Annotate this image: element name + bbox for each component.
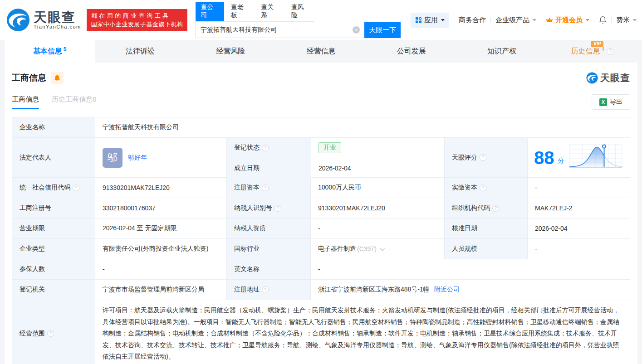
avatar[interactable]: 邬	[103, 148, 123, 168]
nearby-companies-link[interactable]: 附近公司	[434, 286, 460, 294]
divider	[454, 17, 454, 23]
field-label: 组织机构代码?	[444, 198, 527, 218]
field-label: 登记状态?	[227, 138, 311, 158]
business-scope-value: 许可项目：航天器及运载火箭制造；民用航空器（发动机、螺旋桨）生产；民用航天发射技…	[95, 300, 630, 364]
field-label: 英文名称	[226, 259, 310, 279]
field-label: 天眼评分?	[444, 138, 527, 177]
brand-slogan: 都在用的商业查询工具 国家中小企业发展子基金旗下机构	[87, 9, 188, 31]
vip-badge: VIP	[591, 41, 603, 47]
score-value: 88	[534, 149, 554, 167]
cooperation-menu[interactable]: 商务合作	[459, 16, 486, 24]
tab-basic-info[interactable]: 基本信息 5	[5, 40, 95, 63]
table-row: 工商注册号 330218000176037 纳税人识别号? 91330201MA…	[12, 198, 630, 218]
export-label: 导出	[610, 98, 622, 106]
field-label: 工商注册号	[12, 198, 95, 218]
help-icon[interactable]: ?	[480, 154, 486, 161]
legal-rep-link[interactable]: 邬好年	[128, 154, 147, 162]
reg-number-value: 330218000176037	[95, 198, 226, 218]
search-tab-risk[interactable]: 查风险	[286, 2, 315, 21]
field-label: 实缴资本?	[444, 178, 527, 198]
bell-icon	[54, 75, 60, 82]
divider	[490, 17, 491, 23]
business-info-table: 企业名称 宁波拓普航天科技有限公司 法定代表人 邬 邬好年 登记状态? 开	[12, 117, 630, 364]
section-title: 工商信息	[12, 72, 46, 84]
user-account-menu[interactable]: 费米	[616, 16, 637, 24]
search-input-value: 宁波拓普航天科技有限公司	[201, 26, 353, 34]
search-input[interactable]: 宁波拓普航天科技有限公司 ×	[196, 22, 364, 38]
tab-legal-proceedings[interactable]: 法律诉讼	[95, 40, 185, 63]
divider	[594, 17, 594, 23]
notifications-bell[interactable]	[599, 16, 607, 24]
paid-capital-value: -	[527, 178, 630, 198]
help-icon[interactable]: ?	[73, 184, 79, 191]
apps-menu[interactable]: 应用	[411, 13, 449, 28]
logo-subtitle: TianYanCha.com	[34, 24, 81, 29]
company-name-value: 宁波拓普航天科技有限公司	[95, 117, 630, 137]
tianyancha-logo-icon	[6, 8, 30, 32]
page-container: 基本信息 5 法律诉讼 经营风险 经营信息 公司发展 知识产权 历史信息 VIP…	[5, 40, 637, 364]
help-icon[interactable]: ?	[262, 286, 269, 293]
top-menu: 应用 商务合作 企业级产品 开通会员 费米	[411, 13, 637, 28]
tianyancha-logo[interactable]: 天眼查 TianYanCha.com	[6, 8, 81, 32]
table-row: 经营范围? 许可项目：航天器及运载火箭制造；民用航空器（发动机、螺旋桨）生产；民…	[12, 300, 630, 364]
clear-search-icon[interactable]: ×	[353, 26, 360, 34]
help-icon[interactable]: ?	[492, 205, 499, 212]
table-row: 法定代表人 邬 邬好年 登记状态? 开业 成立日期	[12, 137, 630, 177]
help-icon[interactable]: ?	[274, 205, 281, 212]
field-label: 注册资本?	[226, 178, 310, 198]
search-tab-relation[interactable]: 查关系	[256, 2, 284, 21]
subtab-history-business-info[interactable]: 历史工商信息0	[52, 95, 96, 109]
field-label: 企业名称	[12, 117, 95, 137]
tab-label: 法律诉讼	[126, 47, 155, 56]
status-date-subgrid: 登记状态? 开业 成立日期 2026-02-04	[226, 138, 444, 177]
help-icon[interactable]: ?	[262, 184, 269, 191]
credit-code-value: 91330201MAK72LEJ20	[95, 178, 226, 198]
export-button[interactable]: X 导出	[592, 94, 630, 110]
table-row: 参保人数 - 英文名称 -	[12, 259, 630, 279]
field-label: 企业类型	[12, 239, 95, 259]
score-unit: 分	[558, 157, 564, 165]
tab-operation-info[interactable]: 经营信息	[276, 40, 366, 63]
tab-history-info[interactable]: 历史信息 VIP 4 ?	[547, 40, 637, 63]
subtab-business-info[interactable]: 工商信息	[12, 95, 39, 109]
search-block: 查公司 查老板 查关系 查风险 宁波拓普航天科技有限公司 × 天眼一下	[196, 2, 401, 38]
bell-icon	[599, 16, 607, 24]
industry-value: 电子器件制造 (C397)	[310, 239, 444, 259]
score-distribution-chart	[568, 143, 623, 172]
search-tabs: 查公司 查老板 查关系 查风险	[196, 2, 314, 22]
vip-membership-menu[interactable]: 开通会员	[546, 16, 589, 24]
excel-icon: X	[599, 98, 607, 106]
logo-title: 天眼查	[34, 10, 81, 24]
field-label: 纳税人识别号?	[226, 198, 310, 218]
reg-authority-value: 宁波市市场监督管理局前湾新区分局	[95, 280, 226, 300]
cooperation-label: 商务合作	[459, 16, 486, 24]
field-label: 统一社会信用代码?	[12, 178, 95, 198]
help-icon[interactable]: ?	[607, 48, 613, 55]
reg-capital-value: 10000万人民币	[310, 178, 444, 198]
chevron-down-icon	[633, 19, 637, 21]
table-row: 营业期限 2026-02-04 至 无固定期限 纳税人资质 - 核准日期 202…	[12, 218, 630, 238]
chevron-down-icon[interactable]	[380, 246, 385, 251]
search-tab-company[interactable]: 查公司	[196, 2, 224, 21]
chevron-down-icon	[441, 19, 445, 21]
tab-count: 4	[601, 46, 604, 53]
subscribe-bell-button[interactable]	[51, 72, 64, 84]
tab-operation-risk[interactable]: 经营风险	[186, 40, 276, 63]
help-icon[interactable]: ?	[47, 330, 54, 337]
field-label: 营业期限	[12, 218, 95, 238]
search-button[interactable]: 天眼一下	[364, 22, 401, 38]
apps-label: 应用	[424, 16, 438, 24]
insured-count-value: -	[95, 259, 226, 279]
tab-intellectual-property[interactable]: 知识产权	[456, 40, 547, 63]
org-code-value: MAK72LEJ-2	[527, 198, 630, 218]
tab-label: 基本信息	[33, 47, 62, 56]
field-label: 成立日期	[227, 158, 311, 178]
help-icon[interactable]: ?	[262, 145, 269, 151]
legal-rep-cell: 邬 邬好年	[95, 138, 226, 177]
tab-company-development[interactable]: 公司发展	[366, 40, 456, 63]
help-icon[interactable]: ?	[480, 184, 486, 191]
tianyancha-logo-icon	[586, 72, 598, 84]
enterprise-products-menu[interactable]: 企业级产品	[495, 16, 536, 24]
search-tab-boss[interactable]: 查老板	[226, 2, 255, 21]
field-label: 国标行业	[226, 239, 310, 259]
